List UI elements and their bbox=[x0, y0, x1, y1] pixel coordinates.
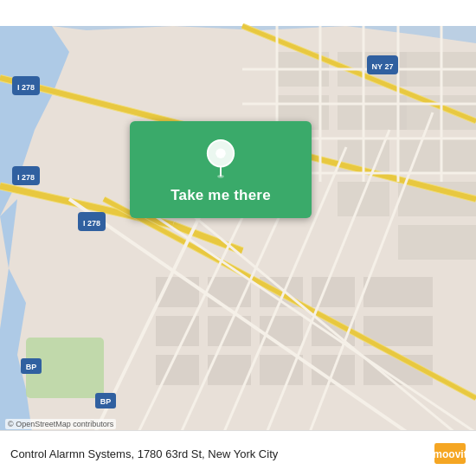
map-container: I 278 I 278 I 278 NY 27 BP BP Take me th… bbox=[0, 0, 476, 476]
svg-rect-7 bbox=[338, 95, 407, 130]
svg-text:I 278: I 278 bbox=[83, 219, 100, 228]
svg-text:moovit: moovit bbox=[434, 448, 466, 460]
svg-rect-22 bbox=[363, 277, 433, 307]
take-me-there-button[interactable]: Take me there bbox=[170, 187, 271, 204]
svg-point-73 bbox=[215, 149, 225, 158]
moovit-icon: moovit bbox=[434, 438, 466, 469]
svg-text:BP: BP bbox=[100, 397, 112, 406]
svg-point-74 bbox=[217, 175, 224, 178]
svg-text:I 278: I 278 bbox=[17, 83, 35, 92]
moovit-logo: moovit bbox=[434, 438, 466, 469]
map-svg: I 278 I 278 I 278 NY 27 BP BP bbox=[0, 0, 476, 476]
svg-rect-13 bbox=[338, 182, 389, 216]
bottom-left: Control Alarmn Systems, 1780 63rd St, Ne… bbox=[10, 447, 278, 460]
location-label: Control Alarmn Systems, 1780 63rd St, Ne… bbox=[10, 447, 278, 460]
svg-rect-15 bbox=[398, 225, 476, 260]
osm-attribution: © OpenStreetMap contributors bbox=[5, 419, 116, 429]
svg-rect-11 bbox=[398, 138, 476, 173]
svg-rect-10 bbox=[398, 95, 476, 130]
svg-text:BP: BP bbox=[26, 363, 37, 371]
bottom-bar: Control Alarmn Systems, 1780 63rd St, Ne… bbox=[0, 430, 476, 476]
svg-text:I 278: I 278 bbox=[17, 173, 35, 182]
svg-text:NY 27: NY 27 bbox=[372, 62, 394, 71]
location-card[interactable]: Take me there bbox=[130, 121, 312, 218]
pin-icon bbox=[204, 137, 237, 178]
